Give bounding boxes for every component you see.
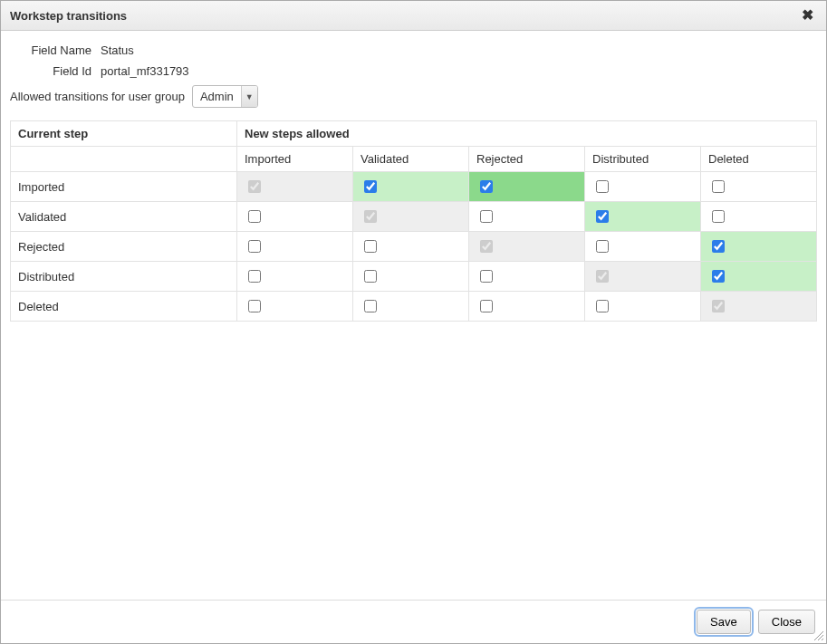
transition-checkbox[interactable] xyxy=(596,240,609,253)
transition-checkbox xyxy=(596,270,609,283)
transition-checkbox xyxy=(480,240,493,253)
transition-cell xyxy=(585,232,701,262)
table-row: Imported xyxy=(11,172,817,202)
transition-cell xyxy=(353,292,469,322)
user-group-label: Allowed transitions for user group xyxy=(10,90,192,103)
transition-cell xyxy=(353,232,469,262)
transition-cell xyxy=(585,262,701,292)
table-row: Deleted xyxy=(11,292,817,322)
transition-cell xyxy=(701,202,817,232)
transition-checkbox[interactable] xyxy=(248,300,261,312)
row-step-label: Imported xyxy=(11,172,237,202)
transition-checkbox[interactable] xyxy=(364,240,377,253)
user-group-row: Allowed transitions for user group Admin… xyxy=(10,85,817,108)
transition-cell xyxy=(585,292,701,322)
workstep-transitions-dialog: Workstep transitions ✖ Field Name Status… xyxy=(0,0,827,644)
transition-cell xyxy=(237,172,353,202)
transition-cell xyxy=(469,262,585,292)
transition-checkbox[interactable] xyxy=(712,180,725,193)
transition-cell xyxy=(585,202,701,232)
transition-cell xyxy=(469,292,585,322)
transition-checkbox xyxy=(364,210,377,223)
transition-checkbox[interactable] xyxy=(712,210,725,223)
row-step-label: Rejected xyxy=(11,232,237,262)
transition-cell xyxy=(353,172,469,202)
row-step-label: Validated xyxy=(11,202,237,232)
transition-cell xyxy=(353,262,469,292)
column-header-step: Validated xyxy=(353,147,469,172)
user-group-selected: Admin xyxy=(193,86,241,107)
transition-cell xyxy=(237,292,353,322)
transition-checkbox[interactable] xyxy=(712,240,725,253)
header-new-steps: New steps allowed xyxy=(237,121,817,147)
transition-checkbox xyxy=(248,180,261,193)
save-button[interactable]: Save xyxy=(697,610,751,634)
transition-cell xyxy=(701,292,817,322)
transition-checkbox[interactable] xyxy=(712,270,725,283)
transition-cell xyxy=(469,232,585,262)
dialog-title: Workstep transitions xyxy=(10,9,127,23)
transition-checkbox[interactable] xyxy=(480,300,493,312)
column-header-step: Distributed xyxy=(585,147,701,172)
row-step-label: Distributed xyxy=(11,262,237,292)
chevron-down-icon: ▼ xyxy=(241,86,257,107)
transition-checkbox[interactable] xyxy=(480,270,493,283)
transitions-table: Current step New steps allowed ImportedV… xyxy=(10,120,817,322)
header-current-step: Current step xyxy=(11,121,237,147)
field-name-value: Status xyxy=(101,43,134,57)
table-row: Validated xyxy=(11,202,817,232)
close-icon[interactable]: ✖ xyxy=(798,6,817,24)
row-step-label: Deleted xyxy=(11,292,237,322)
transition-checkbox[interactable] xyxy=(480,180,493,193)
transition-cell xyxy=(237,232,353,262)
field-id-label: Field Id xyxy=(10,64,101,78)
transition-cell xyxy=(701,172,817,202)
dialog-footer: Save Close xyxy=(1,600,826,643)
transition-checkbox[interactable] xyxy=(364,300,377,312)
dialog-content: Field Name Status Field Id portal_mf3317… xyxy=(1,31,826,600)
transition-checkbox[interactable] xyxy=(248,240,261,253)
transition-checkbox[interactable] xyxy=(364,270,377,283)
transition-checkbox[interactable] xyxy=(248,270,261,283)
transition-checkbox[interactable] xyxy=(596,180,609,193)
table-row: Distributed xyxy=(11,262,817,292)
field-name-label: Field Name xyxy=(10,43,101,57)
column-header-step: Imported xyxy=(237,147,353,172)
column-header-step: Deleted xyxy=(701,147,817,172)
transition-cell xyxy=(585,172,701,202)
resize-grip-icon[interactable] xyxy=(812,629,824,641)
user-group-select[interactable]: Admin ▼ xyxy=(192,85,258,108)
transition-checkbox[interactable] xyxy=(248,210,261,223)
field-id-row: Field Id portal_mf331793 xyxy=(10,64,817,78)
transition-cell xyxy=(237,202,353,232)
transition-cell xyxy=(701,232,817,262)
header-blank xyxy=(11,147,237,172)
transition-cell xyxy=(701,262,817,292)
transition-cell xyxy=(353,202,469,232)
transition-checkbox[interactable] xyxy=(596,300,609,312)
transition-checkbox[interactable] xyxy=(480,210,493,223)
close-button[interactable]: Close xyxy=(758,610,815,634)
transition-cell xyxy=(469,172,585,202)
svg-line-2 xyxy=(822,639,823,640)
column-header-step: Rejected xyxy=(469,147,585,172)
dialog-titlebar: Workstep transitions ✖ xyxy=(1,1,826,31)
transition-checkbox xyxy=(712,300,725,312)
field-name-row: Field Name Status xyxy=(10,43,817,57)
transition-checkbox[interactable] xyxy=(596,210,609,223)
transition-checkbox[interactable] xyxy=(364,180,377,193)
transition-cell xyxy=(469,202,585,232)
field-id-value: portal_mf331793 xyxy=(101,64,189,78)
transition-cell xyxy=(237,262,353,292)
table-row: Rejected xyxy=(11,232,817,262)
